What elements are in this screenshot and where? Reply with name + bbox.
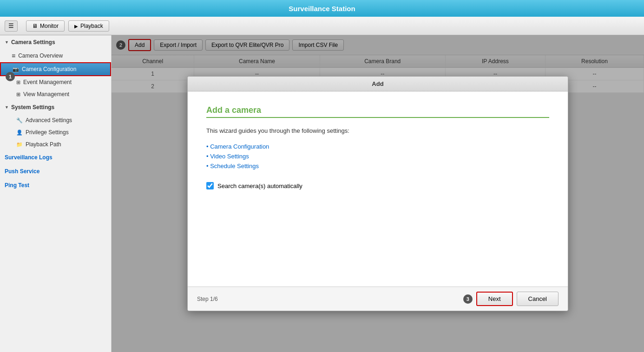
top-toolbar: ☰ Monitor Playback	[0, 17, 644, 35]
sidebar-item-push-service[interactable]: Push Service	[0, 164, 111, 178]
sidebar-item-ping-test[interactable]: Ping Test	[0, 178, 111, 192]
ping-test-label: Ping Test	[5, 182, 29, 189]
event-icon	[16, 79, 20, 85]
camera-icon	[13, 66, 19, 72]
sidebar-label-event-management: Event Management	[23, 79, 72, 85]
sidebar-label-advanced-settings: Advanced Settings	[26, 117, 72, 124]
monitor-icon	[32, 23, 38, 29]
sidebar-item-camera-overview[interactable]: Camera Overview	[0, 49, 111, 62]
sidebar-item-playback-path[interactable]: Playback Path	[0, 138, 111, 150]
modal-description: This wizard guides you through the follo…	[206, 127, 549, 134]
person-icon	[16, 129, 23, 136]
sidebar-label-view-management: View Management	[23, 91, 69, 98]
sidebar-item-event-management[interactable]: Event Management	[0, 76, 111, 88]
modal-title-underline	[206, 117, 549, 118]
push-service-label: Push Service	[5, 168, 39, 175]
modal-step: Step 1/6	[197, 296, 218, 302]
modal-buttons: 3 Next Cancel	[463, 292, 559, 306]
cancel-label: Cancel	[528, 295, 547, 302]
modal-header: Add	[188, 77, 568, 91]
view-icon	[16, 91, 20, 98]
sidebar-item-surveillance-logs[interactable]: Surveillance Logs	[0, 150, 111, 164]
sidebar-section-camera-settings-label: Camera Settings	[11, 39, 55, 46]
modal-list-item: Camera Configuration	[206, 142, 549, 151]
modal-list-item: Video Settings	[206, 151, 549, 161]
sidebar-item-camera-configuration[interactable]: Camera Configuration	[0, 62, 111, 76]
wrench-icon	[16, 117, 23, 124]
playback-button[interactable]: Playback	[68, 20, 109, 32]
modal-list-item: Schedule Settings	[206, 161, 549, 171]
overview-icon	[12, 52, 15, 59]
app-title: Surveillance Station	[289, 5, 355, 13]
system-collapse-triangle: ▼	[5, 105, 9, 110]
monitor-label: Monitor	[40, 23, 59, 29]
annotation-badge-1: 1	[6, 72, 15, 81]
modal-checkbox-row: Search camera(s) automatically	[206, 182, 549, 189]
modal-footer: Step 1/6 3 Next Cancel	[188, 287, 568, 311]
sidebar-section-system-settings-label: System Settings	[11, 104, 54, 111]
add-camera-modal: Add Add a camera This wizard guides you …	[187, 76, 568, 311]
playback-path-icon	[16, 141, 23, 148]
play-icon	[74, 23, 78, 29]
sidebar-toggle-button[interactable]: ☰	[5, 20, 18, 32]
sidebar: ▼ Camera Settings Camera Overview Camera…	[0, 35, 112, 352]
sidebar-section-system-settings[interactable]: ▼ System Settings	[0, 100, 111, 114]
sidebar-label-camera-overview: Camera Overview	[18, 52, 63, 59]
playback-label: Playback	[80, 23, 103, 29]
sidebar-label-privilege-settings: Privilege Settings	[26, 129, 69, 136]
search-automatically-checkbox[interactable]	[206, 182, 214, 189]
sidebar-item-advanced-settings[interactable]: Advanced Settings	[0, 114, 111, 126]
monitor-button[interactable]: Monitor	[26, 20, 65, 32]
modal-header-title: Add	[372, 80, 383, 87]
modal-body: Add a camera This wizard guides you thro…	[188, 91, 568, 287]
sidebar-section-camera-settings[interactable]: ▼ Camera Settings	[0, 35, 111, 49]
annotation-badge-3: 3	[463, 294, 473, 304]
title-bar: Surveillance Station	[0, 0, 644, 17]
sidebar-label-camera-configuration: Camera Configuration	[22, 66, 76, 72]
collapse-triangle: ▼	[5, 40, 9, 45]
modal-title: Add a camera	[206, 105, 549, 115]
modal-list: Camera ConfigurationVideo SettingsSchedu…	[206, 142, 549, 171]
sidebar-item-privilege-settings[interactable]: Privilege Settings	[0, 126, 111, 138]
sidebar-item-view-management[interactable]: View Management	[0, 88, 111, 100]
next-button[interactable]: Next	[476, 292, 513, 306]
sidebar-label-playback-path: Playback Path	[26, 141, 61, 148]
main-layout: ▼ Camera Settings Camera Overview Camera…	[0, 35, 644, 352]
content-area: 2 Add Export / Import Export to QVR Elit…	[112, 35, 644, 352]
search-automatically-label: Search camera(s) automatically	[217, 183, 302, 189]
toggle-icon: ☰	[8, 22, 14, 29]
surveillance-logs-label: Surveillance Logs	[5, 154, 53, 161]
modal-overlay: Add Add a camera This wizard guides you …	[112, 35, 644, 352]
cancel-button[interactable]: Cancel	[517, 292, 559, 306]
next-label: Next	[488, 295, 501, 302]
